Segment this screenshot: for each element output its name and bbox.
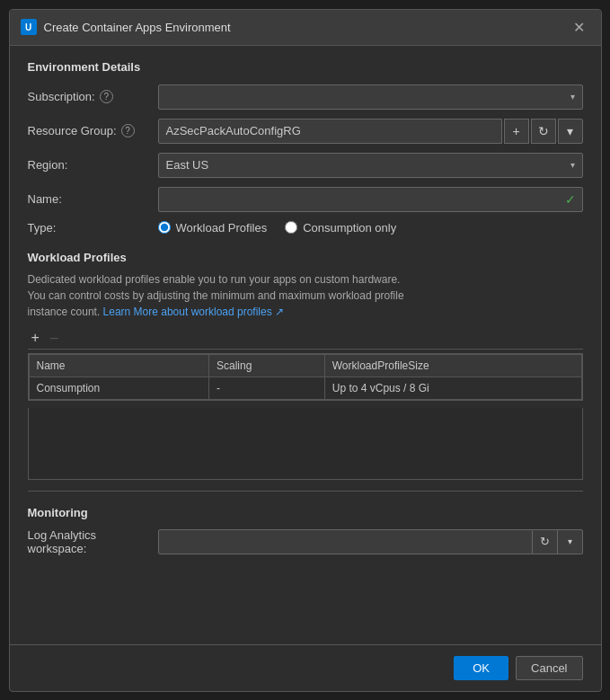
create-container-dialog: U Create Container Apps Environment ✕ En… [9, 9, 602, 692]
region-dropdown[interactable]: East US ▾ [158, 153, 583, 178]
subscription-chevron-icon: ▾ [570, 92, 575, 102]
resource-group-label: Resource Group: ? [28, 124, 158, 137]
region-row: Region: East US ▾ [28, 153, 583, 178]
col-name-header: Name [29, 354, 208, 377]
subscription-help-icon[interactable]: ? [100, 90, 113, 103]
workload-profiles-table-container: Name Scaling WorkloadProfileSize Consump… [28, 353, 583, 401]
name-input[interactable] [158, 187, 583, 212]
resource-group-add-button[interactable]: + [504, 119, 529, 144]
table-actions: + – [28, 327, 583, 350]
environment-details-title: Environment Details [28, 60, 583, 74]
log-analytics-control: ↻ ▾ [158, 529, 583, 554]
resource-group-refresh-button[interactable]: ↻ [531, 119, 556, 144]
log-analytics-chevron-button[interactable]: ▾ [558, 529, 583, 554]
remove-profile-button[interactable]: – [47, 331, 62, 345]
name-row: Name: ✓ [28, 187, 583, 212]
log-analytics-wrapper: ↻ ▾ [158, 529, 583, 554]
type-label: Type: [28, 221, 158, 235]
resource-group-row: Resource Group: ? AzSecPackAutoConfigRG … [28, 119, 583, 144]
type-consumption-only-radio[interactable] [285, 221, 297, 234]
environment-details-section: Environment Details Subscription: ? ▾ Re… [28, 60, 583, 244]
workload-profiles-section: Workload Profiles Dedicated workload pro… [28, 251, 583, 480]
type-workload-profiles-option[interactable]: Workload Profiles [158, 221, 268, 235]
add-profile-button[interactable]: + [28, 331, 43, 345]
resource-group-control: AzSecPackAutoConfigRG + ↻ ▾ [158, 119, 583, 144]
learn-more-link[interactable]: Learn More about workload profiles ↗ [103, 306, 284, 318]
dialog-title: Create Container Apps Environment [44, 21, 568, 34]
type-consumption-only-label: Consumption only [303, 221, 396, 235]
table-cell: Consumption [29, 377, 208, 399]
region-label: Region: [28, 158, 158, 172]
resource-group-value: AzSecPackAutoConfigRG [158, 119, 502, 144]
cancel-button[interactable]: Cancel [516, 656, 582, 680]
monitoring-section: Monitoring Log Analytics workspace: ↻ ▾ [28, 506, 583, 564]
table-row[interactable]: Consumption-Up to 4 vCpus / 8 Gi [29, 377, 581, 399]
app-icon: U [21, 19, 37, 35]
region-chevron-icon: ▾ [570, 160, 575, 170]
col-scaling-header: Scaling [208, 354, 324, 377]
dialog-body: Environment Details Subscription: ? ▾ Re… [10, 46, 601, 644]
subscription-label: Subscription: ? [28, 90, 158, 103]
type-control: Workload Profiles Consumption only [158, 221, 583, 235]
table-body: Consumption-Up to 4 vCpus / 8 Gi [29, 377, 581, 399]
table-empty-space [28, 408, 583, 480]
type-radio-group: Workload Profiles Consumption only [158, 221, 397, 235]
name-input-wrapper: ✓ [158, 187, 583, 212]
section-divider [28, 491, 583, 492]
name-label: Name: [28, 192, 158, 206]
resource-group-chevron-button[interactable]: ▾ [558, 119, 583, 144]
type-workload-profiles-radio[interactable] [158, 221, 171, 234]
subscription-dropdown[interactable]: ▾ [158, 84, 583, 110]
dialog-titlebar: U Create Container Apps Environment ✕ [10, 10, 601, 46]
table-header: Name Scaling WorkloadProfileSize [29, 354, 581, 377]
log-analytics-row: Log Analytics workspace: ↻ ▾ [28, 528, 583, 555]
log-analytics-label: Log Analytics workspace: [28, 528, 158, 555]
workload-profiles-table: Name Scaling WorkloadProfileSize Consump… [29, 354, 582, 400]
region-control: East US ▾ [158, 153, 583, 178]
table-cell: - [208, 377, 324, 399]
region-value: East US [166, 158, 570, 172]
resource-group-wrapper: AzSecPackAutoConfigRG + ↻ ▾ [158, 119, 583, 144]
subscription-control: ▾ [158, 84, 583, 110]
workload-profiles-title: Workload Profiles [28, 251, 583, 264]
close-button[interactable]: ✕ [568, 17, 590, 38]
dialog-footer: OK Cancel [10, 644, 601, 691]
monitoring-title: Monitoring [28, 506, 583, 519]
type-workload-profiles-label: Workload Profiles [176, 221, 268, 235]
log-analytics-value [158, 529, 533, 554]
type-row: Type: Workload Profiles Consumption only [28, 221, 583, 235]
name-control: ✓ [158, 187, 583, 212]
subscription-row: Subscription: ? ▾ [28, 84, 583, 110]
ok-button[interactable]: OK [454, 656, 508, 680]
log-analytics-refresh-button[interactable]: ↻ [533, 529, 558, 554]
col-profile-size-header: WorkloadProfileSize [324, 354, 581, 377]
resource-group-help-icon[interactable]: ? [121, 124, 135, 137]
table-header-row: Name Scaling WorkloadProfileSize [29, 354, 581, 377]
name-check-icon: ✓ [565, 192, 576, 207]
workload-description: Dedicated workload profiles enable you t… [28, 271, 583, 320]
type-consumption-only-option[interactable]: Consumption only [285, 221, 396, 235]
table-cell: Up to 4 vCpus / 8 Gi [324, 377, 581, 399]
